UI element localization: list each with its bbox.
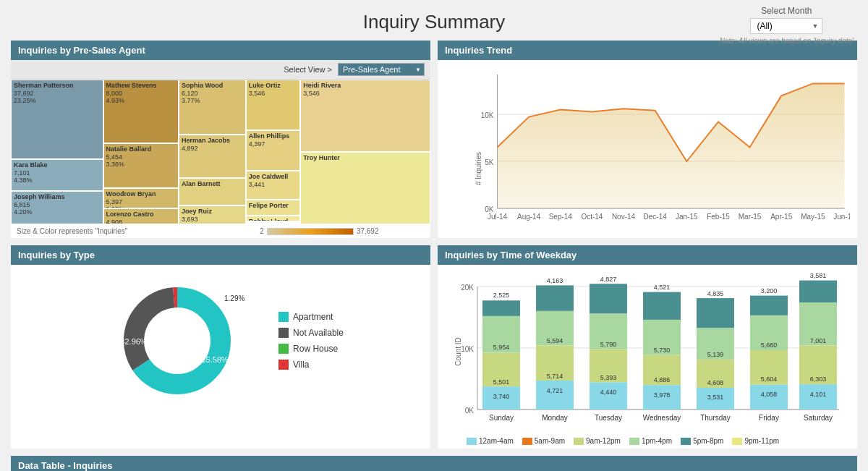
datatable-panel: Data Table - Inquiries	[11, 456, 857, 471]
bar-wed-day: Wednesday	[643, 414, 681, 422]
x-label-oct14: Oct-14	[581, 213, 603, 221]
treemap-cell-natalie: Natalie Ballard 5,454 3.36%	[103, 143, 179, 188]
treemap: Sherman Patterson 37,692 23.25% Kara Bla…	[11, 80, 430, 224]
agent-view-dropdown[interactable]: Pre-Sales Agent	[338, 63, 425, 76]
x-label-nov14: Nov-14	[612, 213, 636, 221]
legend-9am: 9am-12pm	[574, 437, 621, 445]
treemap-cell-allen: Allen Phillips 4,397	[246, 130, 300, 171]
bar-mon-5pm	[536, 285, 574, 310]
bar-sun-1pm	[482, 300, 520, 316]
agent-toolbar: Select View > Pre-Sales Agent	[11, 60, 430, 80]
legend-color-notavailable	[278, 328, 289, 338]
bar-wed-label4: 4,521	[654, 284, 671, 291]
weekday-legend: 12am-4am 5am-9am 9am-12pm 1pm-4pm 5pm-8p…	[441, 437, 854, 449]
select-month-dropdown[interactable]: (All)	[750, 18, 822, 34]
treemap-cell-sherman: Sherman Patterson 37,692 23.25%	[11, 80, 103, 159]
weekday-y-20k: 20K	[461, 284, 474, 292]
bar-fri-label3: 4,058	[761, 391, 778, 398]
bar-thu-label3: 3,531	[707, 394, 724, 401]
bar-tue-12am	[590, 382, 627, 410]
treemap-cell-joey: Joey Ruiz 3,693	[179, 205, 246, 224]
legend-1pm: 1pm-4pm	[629, 437, 672, 445]
treemap-cell-joseph: Joseph Williams 6,815 4.20%	[11, 191, 103, 224]
type-panel: Inquiries by Type	[11, 245, 430, 449]
bar-mon-12am	[536, 381, 574, 410]
agent-panel: Inquiries by Pre-Sales Agent Select View…	[11, 41, 430, 238]
weekday-y-0k: 0K	[465, 407, 475, 415]
x-label-dec14: Dec-14	[644, 213, 668, 221]
treemap-cell-luke: Luke Ortiz 3,546	[246, 80, 300, 130]
x-label-sep14: Sep-14	[549, 213, 573, 221]
bar-mon-label4: 4,163	[547, 277, 563, 284]
legend-item-apartment: Apartment	[278, 312, 344, 322]
bar-tue-day: Tuesday	[595, 414, 622, 422]
y-label-10k: 10K	[481, 111, 494, 119]
bar-fri-5pm	[750, 296, 788, 315]
y-axis-title: # Inquiries	[475, 152, 482, 185]
treemap-cell-herman: Herman Jacobs 4,892	[179, 135, 246, 178]
agent-panel-header: Inquiries by Pre-Sales Agent	[11, 41, 430, 60]
bar-mon-label2: 5,594	[547, 337, 563, 344]
bar-fri-label2: 5,660	[761, 341, 778, 349]
x-label-apr15: Apr-15	[770, 213, 792, 221]
legend-item-rowhouse: Row House	[278, 344, 344, 354]
bar-fri-label1: 5,604	[761, 375, 778, 383]
legend-color-villa	[278, 360, 289, 370]
bar-wed-label1: 4,886	[654, 376, 671, 383]
legend-item-villa: Villa	[278, 360, 344, 370]
x-label-feb15: Feb-15	[707, 213, 730, 221]
bar-sat-5pm	[799, 281, 837, 302]
bar-wed-label3: 3,978	[654, 391, 671, 399]
legend-12am: 12am-4am	[467, 437, 514, 445]
weekday-panel: Inquiries by Time of Weekday Count ID 0K…	[438, 245, 857, 449]
select-month-area: Select Month (All) Note: All views are b…	[720, 6, 854, 45]
treemap-cell-felipe: Felipe Porter	[246, 200, 300, 216]
bar-sun-label3: 3,740	[493, 393, 510, 400]
bar-group-sunday: 5,501 5,954 3,740 2,525 Sunday	[482, 292, 520, 422]
bar-sun-label2: 5,954	[493, 344, 510, 351]
dashboard-grid: Inquiries by Pre-Sales Agent Select View…	[0, 37, 868, 471]
legend-label-notavailable: Not Available	[293, 328, 344, 338]
bar-tue-label4: 4,827	[600, 276, 617, 283]
legend-color-apartment	[278, 312, 289, 322]
bar-tue-label2: 5,790	[600, 341, 617, 348]
legend-label-rowhouse: Row House	[293, 344, 338, 354]
select-month-wrapper[interactable]: (All)	[750, 18, 822, 34]
weekday-panel-header: Inquiries by Time of Weekday	[438, 245, 857, 265]
weekday-y-10k: 10K	[461, 345, 474, 353]
select-month-label: Select Month	[720, 6, 854, 16]
bar-sat-label3: 4,101	[810, 391, 827, 398]
bar-sun-day: Sunday	[489, 414, 514, 422]
treemap-cell-sophia: Sophia Wood 6,120 3.77%	[179, 80, 246, 135]
donut-area: 32.96% 65.58% 1.29% Apartment Not Availa…	[11, 265, 430, 417]
x-label-aug14: Aug-14	[517, 213, 541, 221]
select-view-label: Select View >	[284, 65, 332, 74]
x-label-may15: May-15	[801, 213, 825, 221]
x-label-mar15: Mar-15	[739, 213, 762, 221]
legend-9pm: 9pm-11pm	[732, 437, 779, 445]
trend-chart: 0K 5K 10K # Inquiries	[438, 60, 857, 219]
bar-wed-label2: 5,730	[654, 347, 671, 354]
bar-mon-day: Monday	[542, 414, 568, 422]
bar-thu-label1: 4,608	[707, 379, 724, 386]
bar-fri-day: Friday	[759, 414, 779, 422]
bar-tue-5pm	[590, 284, 627, 313]
bar-sun-label4: 2,525	[493, 292, 510, 299]
datatable-panel-header: Data Table - Inquiries	[11, 456, 857, 471]
bar-group-monday: 5,714 5,594 4,721 4,163 Monday	[536, 277, 574, 422]
treemap-cell-lorenzo: Lorenzo Castro 4,908	[103, 208, 179, 224]
agent-select-wrapper[interactable]: Pre-Sales Agent	[338, 63, 425, 76]
bar-sat-label2: 7,001	[810, 337, 827, 344]
bar-tue-label1: 5,393	[600, 374, 617, 381]
type-panel-header: Inquiries by Type	[11, 245, 430, 265]
bar-group-wednesday: 4,886 5,730 3,978 4,521 Wednesday	[643, 284, 681, 422]
legend-color-rowhouse	[278, 344, 289, 354]
x-label-jan15: Jan-15	[676, 213, 698, 221]
bar-group-thursday: 4,608 5,139 3,531 4,835 Thursday	[697, 290, 734, 422]
bar-fri-label4: 3,200	[761, 287, 778, 294]
treemap-cell-kara: Kara Blake 7,101 4.38%	[11, 159, 103, 191]
x-label-jun15: Jun-15	[833, 213, 850, 221]
bar-group-saturday: 6,303 7,001 4,101 3,581 Saturday	[799, 272, 837, 422]
treemap-cell-heidi: Heidi Rivera 3,546	[300, 80, 430, 152]
treemap-cell-troy: Troy Hunter	[300, 152, 430, 224]
